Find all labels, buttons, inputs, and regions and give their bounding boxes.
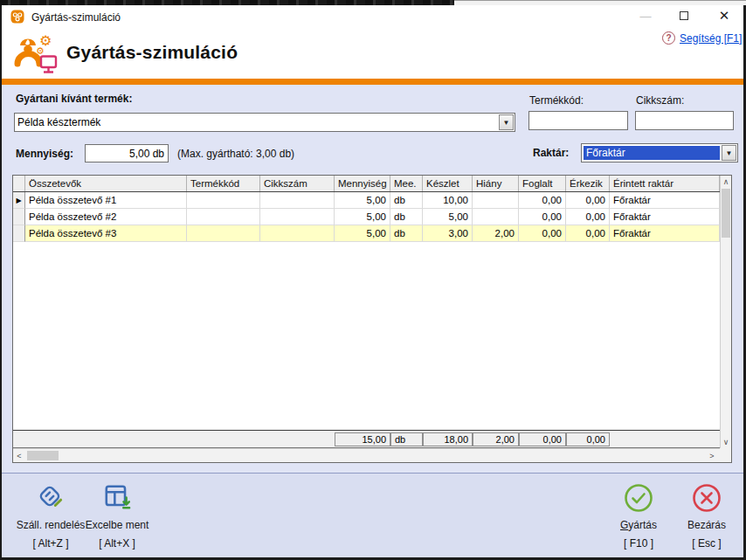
horizontal-scrollbar-thumb[interactable] xyxy=(27,451,59,460)
summary-hiany: 2,00 xyxy=(473,432,519,446)
summary-keszlet: 18,00 xyxy=(423,432,473,446)
help-icon: ? xyxy=(662,31,675,45)
cell-mee: db xyxy=(390,209,423,225)
maximize-button[interactable] xyxy=(669,5,699,26)
mennyiseg-label: Mennyiség: xyxy=(16,148,73,160)
cell-hiany xyxy=(473,192,519,209)
product-combobox-value: Példa késztermék xyxy=(15,114,499,131)
gyartas-label-rest: yártás xyxy=(628,519,657,531)
product-combobox-arrow[interactable]: ▼ xyxy=(499,114,514,130)
table-row[interactable]: ▶ Példa összetevő #1 5,00 db 10,00 0,00 … xyxy=(13,192,731,209)
column-header[interactable]: Mennyiség xyxy=(335,176,390,191)
minimize-button[interactable]: — xyxy=(631,5,660,26)
production-worker-icon: ⚙ ⚙ xyxy=(10,32,59,76)
cell-keszlet: 3,00 xyxy=(423,225,473,242)
summary-mennyiseg: 15,00 xyxy=(335,432,390,446)
vertical-scrollbar[interactable]: ∧ ∨ xyxy=(720,176,731,448)
selector-column-header xyxy=(13,176,25,191)
export-table-icon xyxy=(102,482,132,512)
raktar-combobox[interactable]: Főraktár ▼ xyxy=(581,143,738,162)
cell-erkezik: 0,00 xyxy=(566,225,610,242)
column-header[interactable]: Mee. xyxy=(390,176,423,191)
help-link-label: Segítség [F1] xyxy=(680,32,742,45)
page-title: Gyártás-szimuláció xyxy=(66,42,238,63)
horizontal-scrollbar[interactable]: < > xyxy=(13,448,720,462)
summary-mee: db xyxy=(390,432,423,446)
max-producible-note: (Max. gyártható: 3,00 db) xyxy=(177,148,294,160)
cell-mennyiseg: 5,00 xyxy=(335,225,390,242)
szall-rendeles-button[interactable]: Száll. rendelés [ Alt+Z ] xyxy=(12,482,89,552)
excelbe-ment-shortcut: [ Alt+X ] xyxy=(79,537,155,550)
app-icon xyxy=(10,10,24,24)
cell-hiany: 2,00 xyxy=(473,225,519,242)
application-window: Gyártás-szimuláció — ✕ ⚙ ⚙ Gyártás-szimu… xyxy=(0,0,746,560)
cell-termekkod xyxy=(187,225,260,242)
cell-cikkszam xyxy=(260,192,335,209)
excelbe-ment-label: Excelbe ment xyxy=(79,519,155,531)
cell-mee: db xyxy=(390,225,423,242)
column-header[interactable]: Foglalt xyxy=(519,176,566,191)
row-selector xyxy=(13,225,25,242)
svg-text:⚙: ⚙ xyxy=(36,45,45,56)
cell-keszlet: 10,00 xyxy=(423,192,473,209)
table-row-highlighted[interactable]: Példa összetevő #3 5,00 db 3,00 2,00 0,0… xyxy=(13,225,731,242)
bottom-toolbar: Száll. rendelés [ Alt+Z ] Excelbe ment [… xyxy=(2,473,743,557)
close-circle-icon xyxy=(691,482,722,514)
raktar-combobox-arrow[interactable]: ▼ xyxy=(722,145,736,161)
table-header-row: Összetevők Termékkód Cikkszám Mennyiség … xyxy=(13,176,731,192)
check-circle-icon xyxy=(623,482,654,514)
components-table: Összetevők Termékkód Cikkszám Mennyiség … xyxy=(12,175,732,463)
vertical-scrollbar-thumb[interactable] xyxy=(722,189,730,238)
summary-erkezik: 0,00 xyxy=(566,432,610,446)
cell-mennyiseg: 5,00 xyxy=(335,209,390,225)
cikkszam-input[interactable] xyxy=(635,111,734,130)
cell-termekkod xyxy=(187,192,260,209)
column-header[interactable]: Cikkszám xyxy=(260,176,335,191)
cell-keszlet: 5,00 xyxy=(423,209,473,225)
summary-foglalt: 0,00 xyxy=(519,432,566,446)
handshake-icon xyxy=(35,482,66,512)
maximize-icon xyxy=(680,11,688,20)
table-summary-row: 15,00 db 18,00 2,00 0,00 0,00 xyxy=(13,430,720,448)
cikkszam-label: Cikkszám: xyxy=(636,94,684,107)
bezaras-label: Bezárás xyxy=(668,519,745,531)
termekkod-input[interactable] xyxy=(528,111,628,130)
szall-rendeles-shortcut: [ Alt+Z ] xyxy=(12,537,89,550)
column-header[interactable]: Hiány xyxy=(473,176,519,191)
scroll-right-icon[interactable]: > xyxy=(706,449,718,462)
gyartas-shortcut: [ F10 ] xyxy=(600,537,677,550)
scroll-down-icon[interactable]: ∨ xyxy=(721,436,731,448)
accent-bar xyxy=(2,79,743,85)
cell-foglalt: 0,00 xyxy=(519,209,566,225)
column-header[interactable]: Készlet xyxy=(423,176,473,191)
minimize-icon: — xyxy=(640,10,652,23)
gyartas-mnemonic: G xyxy=(620,519,628,531)
product-label: Gyártani kívánt termék: xyxy=(16,93,132,105)
scroll-left-icon[interactable]: < xyxy=(13,449,25,462)
cell-erkezik: 0,00 xyxy=(566,192,610,209)
column-header[interactable]: Összetevők xyxy=(25,176,187,191)
column-header[interactable]: Érkezik xyxy=(566,176,610,191)
row-marker-icon: ▶ xyxy=(13,192,25,209)
gyartas-button[interactable]: Gyártás [ F10 ] xyxy=(600,482,677,552)
cell-mennyiseg: 5,00 xyxy=(335,192,390,209)
excelbe-ment-button[interactable]: Excelbe ment [ Alt+X ] xyxy=(79,482,155,552)
table-row[interactable]: Példa összetevő #2 5,00 db 5,00 0,00 0,0… xyxy=(13,209,731,225)
szall-rendeles-label: Száll. rendelés xyxy=(12,519,89,531)
scroll-up-icon[interactable]: ∧ xyxy=(721,176,731,188)
product-combobox[interactable]: Példa késztermék ▼ xyxy=(14,113,515,132)
cell-mee: db xyxy=(390,192,423,209)
close-icon: ✕ xyxy=(719,8,730,24)
raktar-label: Raktár: xyxy=(533,147,569,159)
cell-erkezik: 0,00 xyxy=(566,209,610,225)
mennyiseg-input[interactable]: 5,00 db xyxy=(85,144,169,162)
close-button[interactable]: ✕ xyxy=(709,5,739,26)
cell-termekkod xyxy=(187,209,260,225)
bezaras-button[interactable]: Bezárás [ Esc ] xyxy=(668,482,745,552)
cell-osszetevo: Példa összetevő #3 xyxy=(25,225,187,242)
column-header[interactable]: Termékkód xyxy=(187,176,260,191)
cell-raktar: Főraktár xyxy=(610,225,720,242)
help-link[interactable]: ? Segítség [F1] xyxy=(662,31,742,45)
cell-cikkszam xyxy=(260,225,335,242)
column-header[interactable]: Érintett raktár xyxy=(610,176,720,191)
